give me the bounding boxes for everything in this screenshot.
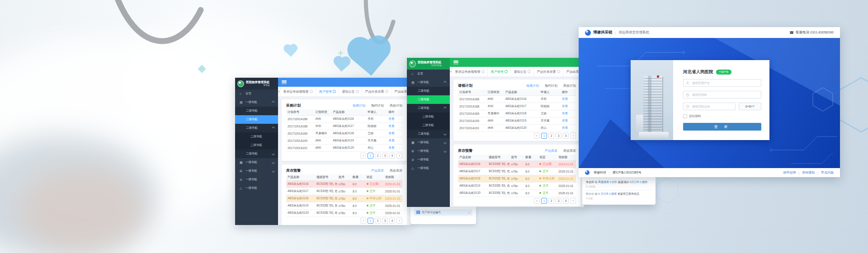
feed-link[interactable]: 凤凰精美小分队 xyxy=(598,181,617,183)
sidebar-item-4[interactable]: 二级导航 xyxy=(235,124,278,132)
page-3[interactable]: 3 xyxy=(556,198,561,204)
header-link-0[interactable]: 领用计划 xyxy=(526,84,539,88)
remember-checkbox[interactable] xyxy=(683,114,687,118)
sidebar-item-1[interactable]: ▤一级导航 xyxy=(235,98,278,107)
footer-link-help[interactable]: 操作说明 xyxy=(783,170,796,175)
sidebar-item-6[interactable]: 三级导航 xyxy=(235,141,278,150)
feed-link[interactable]: 5 月日常小需求 xyxy=(598,192,617,195)
menu-toggle-icon[interactable] xyxy=(282,80,287,84)
tab-3[interactable]: 产品分类设置 xyxy=(534,67,563,76)
tab-2[interactable]: 通知公告 xyxy=(511,67,534,76)
sidebar-item-2[interactable]: 二级导航 xyxy=(407,87,450,95)
sidebar-item-8[interactable]: ▦一级导航 xyxy=(235,158,278,167)
next-page-button[interactable]: › xyxy=(396,218,402,224)
sidebar-item-10[interactable]: ⊘一级导航 xyxy=(235,175,278,184)
footer-link-keydriver[interactable]: 密钥驱动 xyxy=(802,170,815,175)
sidebar-item-11[interactable]: △一级导航 xyxy=(407,164,450,173)
sidebar-item-11[interactable]: △一级导航 xyxy=(235,184,278,192)
feed-link[interactable]: 5月日常小需求 xyxy=(630,181,647,183)
page-4[interactable]: 4 xyxy=(389,153,395,159)
tab-0[interactable]: 资质证件效期预警 xyxy=(280,87,316,96)
captcha-field[interactable] xyxy=(683,103,736,110)
tab-3[interactable]: 产品分类设置 xyxy=(362,87,392,96)
page-2[interactable]: 2 xyxy=(375,218,381,224)
table-cell: o78o xyxy=(510,168,524,175)
sidebar-item-5[interactable]: 三级导航 xyxy=(407,112,450,121)
page-2[interactable]: 2 xyxy=(375,153,381,159)
page-2[interactable]: 2 xyxy=(548,198,554,204)
sidebar-item-9[interactable]: ⊞一级导航 xyxy=(235,167,278,175)
header-link-1[interactable]: 高值库存 xyxy=(563,149,576,153)
next-page-button[interactable]: › xyxy=(570,198,576,204)
header-link-1[interactable]: 预约计划 xyxy=(371,103,384,108)
captcha-input[interactable] xyxy=(691,104,733,108)
sidebar-item-4[interactable]: 二级导航 xyxy=(407,104,450,112)
sidebar-item-2[interactable]: 二级导航 xyxy=(235,107,278,115)
table-row: ABS床头柜0119BC533型 5孔 右o78o8.0正常2025-01-01 xyxy=(286,202,402,210)
header-link-0[interactable]: 产品库存 xyxy=(371,169,384,173)
password-field[interactable] xyxy=(683,91,761,98)
sidebar-item-9[interactable]: ⊞一级导航 xyxy=(407,147,450,155)
view-link[interactable]: 查看 xyxy=(389,131,395,135)
password-input[interactable] xyxy=(691,93,759,97)
sidebar-item-3[interactable]: 二级导航 xyxy=(235,115,278,124)
sidebar-item-6[interactable]: 三级导航 xyxy=(407,121,450,130)
page-3[interactable]: 3 xyxy=(382,153,388,159)
username-field[interactable] xyxy=(683,79,761,87)
page-1[interactable]: 1 xyxy=(541,133,547,139)
page-3[interactable]: 3 xyxy=(556,133,561,139)
license-list-fragment: 生产许可证编号 ✓ xyxy=(410,205,476,224)
license-list-item[interactable]: 生产许可证编号 ✓ xyxy=(414,209,472,216)
view-link[interactable]: 查看 xyxy=(562,104,568,108)
captcha-challenge[interactable]: 6+8=? xyxy=(739,103,761,110)
prev-page-button[interactable]: ‹ xyxy=(360,218,366,224)
prev-page-button[interactable]: ‹ xyxy=(534,198,540,204)
view-link[interactable]: 查看 xyxy=(389,139,395,142)
tab-1[interactable]: 用户管理 xyxy=(316,87,339,96)
sidebar-item-5[interactable]: 三级导航 xyxy=(235,132,278,141)
view-link[interactable]: 查看 xyxy=(562,97,568,100)
header-link-2[interactable]: 高值计划 xyxy=(390,103,402,108)
view-link[interactable]: 查看 xyxy=(389,146,395,149)
header-link-1[interactable]: 预约计划 xyxy=(545,84,557,88)
menu-toggle-icon[interactable] xyxy=(453,61,458,64)
header-link-1[interactable]: 高值库存 xyxy=(390,169,402,173)
sidebar-item-1[interactable]: ▤一级导航 xyxy=(407,78,450,87)
sidebar-item-0[interactable]: ⌂首页 xyxy=(407,70,450,78)
sidebar-item-8[interactable]: ▦一级导航 xyxy=(407,138,450,147)
header-link-2[interactable]: 高值计划 xyxy=(563,84,576,88)
view-link[interactable]: 查看 xyxy=(562,112,568,115)
page-1[interactable]: 1 xyxy=(368,153,373,159)
footer-link-faq[interactable]: 常见问题 xyxy=(821,170,834,175)
header-link-0[interactable]: 领用计划 xyxy=(353,103,365,108)
page-2[interactable]: 2 xyxy=(548,133,554,139)
page-4[interactable]: 4 xyxy=(563,198,569,204)
username-input[interactable] xyxy=(691,81,759,85)
view-link[interactable]: 查看 xyxy=(562,119,568,122)
next-page-button[interactable]: › xyxy=(396,153,402,159)
page-4[interactable]: 4 xyxy=(563,133,569,139)
view-link[interactable]: 查看 xyxy=(562,126,568,129)
tab-1[interactable]: 用户管理 xyxy=(488,67,511,76)
sidebar-item-3[interactable]: 二级导航 xyxy=(407,95,450,104)
page-1[interactable]: 1 xyxy=(541,198,547,204)
prev-page-button[interactable]: ‹ xyxy=(534,133,540,139)
page-1[interactable]: 1 xyxy=(368,218,373,224)
tab-2[interactable]: 通知公告 xyxy=(339,87,362,96)
prev-page-button[interactable]: ‹ xyxy=(360,153,366,159)
clinical-logo: 医院物资管理系统临床科室端 xyxy=(407,58,450,70)
page-3[interactable]: 3 xyxy=(382,218,388,224)
login-button[interactable]: 登 录 xyxy=(683,123,761,131)
table-cell: 20171001A189 xyxy=(458,110,486,117)
table-cell: BC533型 5孔 右 xyxy=(315,210,337,217)
page-4[interactable]: 4 xyxy=(389,218,395,224)
sidebar-item-0[interactable]: ⌂首页 xyxy=(235,89,278,98)
sidebar-item-10[interactable]: ⊘一级导航 xyxy=(407,155,450,164)
tab-0[interactable]: 资质证件效期预警 xyxy=(452,67,488,76)
next-page-button[interactable]: › xyxy=(570,133,576,139)
sidebar-item-7[interactable]: 二级导航 xyxy=(235,150,278,158)
view-link[interactable]: 查看 xyxy=(389,124,395,127)
header-link-0[interactable]: 产品库存 xyxy=(545,149,557,153)
sidebar-item-7[interactable]: 二级导航 xyxy=(407,130,450,138)
view-link[interactable]: 查看 xyxy=(389,117,395,120)
